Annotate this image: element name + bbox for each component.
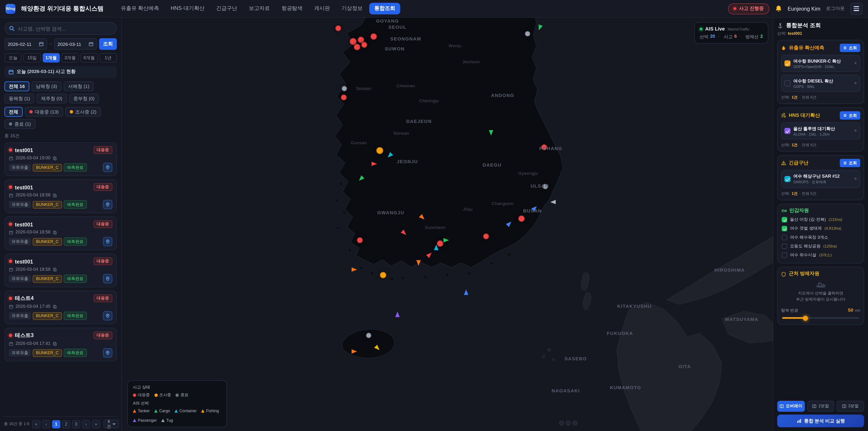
nav-item[interactable]: 긴급구난 [211,3,242,14]
checkbox-icon[interactable] [782,235,787,240]
sensitive-resource-row[interactable]: 오동도 해상공원 (125ha) [781,242,860,251]
close-icon[interactable]: × [854,177,857,182]
prev-page-button[interactable]: ‹ [42,420,51,428]
nav-item[interactable]: HNS·대기확산 [166,3,210,14]
vessel-marker[interactable] [386,152,394,159]
page-number-button[interactable]: 2 [62,420,70,428]
run-comparison-button[interactable]: 통합 분석 비교 실행 [777,414,864,427]
quick-range-button[interactable]: 6개월 [81,53,98,63]
vessel-marker[interactable] [351,349,357,354]
nav-item[interactable]: 유출유 확산예측 [116,3,164,14]
search-input[interactable] [4,22,117,35]
close-icon[interactable]: × [854,128,857,133]
locate-on-map-button[interactable] [103,237,113,246]
vessel-marker[interactable] [371,161,377,166]
first-page-button[interactable]: « [32,420,40,428]
map-control-button[interactable] [566,421,571,426]
incident-card[interactable]: test001 대응중 2026-03-04 19:00 유류유출 BUNKER… [4,142,117,176]
search-button[interactable]: 조회 [99,38,117,50]
incident-marker[interactable] [376,147,383,154]
quick-range-button[interactable]: 1년 [99,53,117,63]
locate-on-map-button[interactable] [103,200,113,209]
incident-marker[interactable] [342,86,347,91]
locate-on-map-button[interactable] [103,274,113,283]
page-number-button[interactable]: 1 [52,420,60,428]
notifications-bell-icon[interactable] [775,5,782,12]
quick-range-button[interactable]: 오늘 [4,53,22,63]
vessel-marker[interactable] [506,220,513,227]
radius-slider[interactable] [782,317,859,319]
incident-card[interactable]: 테스트3 대응중 2026-03-04 17:41 유류유출 BUNKER_C … [4,328,117,361]
region-chip[interactable]: 전체 16 [4,81,29,91]
checkbox-icon[interactable] [782,244,787,249]
incident-marker[interactable] [366,333,371,338]
date-to-input[interactable]: 2026-03-11 [54,38,97,50]
vessel-marker[interactable] [426,251,433,258]
logout-button[interactable]: 로그아웃 [826,5,845,12]
sensitive-resource-row[interactable]: 여수 해수욕장 3개소 [781,233,860,242]
region-chip[interactable]: 제주청 (0) [37,94,67,103]
quick-range-button[interactable]: 15일 [24,53,41,63]
view-mode-button[interactable]: 3분할 [837,401,864,412]
incident-marker[interactable] [541,144,547,150]
incident-marker[interactable] [483,233,489,239]
checkbox-icon[interactable] [782,226,787,231]
checkbox-icon[interactable] [782,252,787,258]
sar-query-button[interactable]: 조회 [840,159,860,167]
map-area[interactable]: GOYANGSEOULSEONGNAMSUWONWonjuJecheonSeos… [122,18,773,431]
checkbox-icon[interactable] [782,217,787,222]
map-control-button[interactable] [572,421,577,426]
vessel-marker[interactable] [443,238,449,243]
oil-model-item[interactable]: 여수항 DIESEL 확산 GDPS · 30kL × [781,75,860,92]
page-number-button[interactable]: 3 [72,420,80,428]
incident-marker[interactable] [335,25,341,31]
status-chip[interactable]: 대응중 (13) [25,107,63,117]
incident-marker[interactable] [542,184,548,189]
vessel-marker[interactable] [374,344,381,352]
hns-query-button[interactable]: 조회 [840,111,860,120]
next-page-button[interactable]: › [82,420,90,428]
close-icon[interactable]: × [854,81,857,86]
region-chip[interactable]: 남해청 (3) [31,81,61,91]
nav-item[interactable]: 게시판 [309,3,335,14]
view-mode-button[interactable]: 오버레이 [777,401,805,412]
incident-marker[interactable] [525,31,530,36]
vessel-marker[interactable] [536,24,543,31]
sar-model-item[interactable]: 여수 해상구난 SAR #12 SAROPS · 표류예측 × [781,170,860,188]
view-mode-button[interactable]: 2분할 [807,401,835,412]
region-chip[interactable]: 서해청 (1) [64,81,94,91]
checkbox-checked-icon[interactable] [784,60,790,66]
last-page-button[interactable]: » [92,420,100,428]
checkbox-unchecked-icon[interactable] [784,80,790,86]
close-icon[interactable]: × [854,61,857,66]
nav-item[interactable]: 기상정보 [337,3,368,14]
incident-marker[interactable] [518,215,525,222]
incident-marker[interactable] [380,272,386,278]
status-chip[interactable]: 종료 (1) [4,119,35,129]
status-chip[interactable]: 조사중 (2) [65,107,101,117]
ais-live-panel[interactable]: AIS Live MarineTraffic 선박20사고6방제선2 [694,22,769,44]
incident-marker[interactable] [361,42,367,48]
region-chip[interactable]: 동해청 (1) [4,94,35,103]
oil-query-button[interactable]: 조회 [840,43,860,52]
sensitive-resource-row[interactable]: 여수 취수시설 (3개소) [781,251,860,259]
incident-marker[interactable] [341,94,347,100]
vessel-marker[interactable] [464,289,469,295]
incident-card[interactable]: test001 대응중 2026-03-04 18:58 유류유출 BUNKER… [4,254,117,287]
vessel-marker[interactable] [400,229,408,237]
vessel-marker[interactable] [395,312,400,317]
oil-model-item[interactable]: 여수항 BUNKER-C 확산 GDPS+OpenDrift · 150kL × [781,55,860,72]
status-chip[interactable]: 전체 [4,107,23,117]
incident-card[interactable]: 테스트4 대응중 2026-03-04 17:45 유류유출 BUNKER_C … [4,291,117,324]
checkbox-checked-icon[interactable] [784,176,790,182]
incident-card[interactable]: test001 대응중 2026-03-04 18:58 유류유출 BUNKER… [4,179,117,213]
quick-range-button[interactable]: 3개월 [61,53,79,63]
sensitive-resource-row[interactable]: 돌산 어장 (김·전복) (131ha) [781,215,860,224]
checkbox-checked-icon[interactable] [784,128,790,134]
vessel-marker[interactable] [351,267,357,272]
vessel-marker[interactable] [357,175,365,183]
incident-card[interactable]: test001 대응중 2026-03-04 18:58 유류유출 BUNKER… [4,217,117,250]
menu-hamburger-icon[interactable] [850,2,863,15]
locate-on-map-button[interactable] [103,311,113,320]
locate-on-map-button[interactable] [103,348,113,358]
